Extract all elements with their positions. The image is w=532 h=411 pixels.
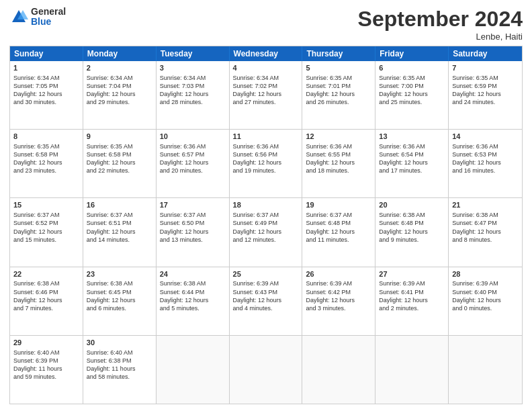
day-info: and 20 minutes. — [160, 167, 226, 175]
day-info: Daylight: 12 hours — [306, 158, 371, 167]
day-number: 28 — [452, 269, 519, 279]
cal-cell: 22Sunrise: 6:38 AMSunset: 6:46 PMDayligh… — [10, 267, 83, 335]
day-info: and 19 minutes. — [233, 167, 299, 175]
cal-header-day: Tuesday — [157, 46, 230, 61]
cal-cell: 29Sunrise: 6:40 AMSunset: 6:39 PMDayligh… — [10, 336, 83, 404]
day-info: and 58 minutes. — [87, 373, 152, 381]
day-info: Daylight: 12 hours — [13, 158, 79, 167]
day-info: Sunset: 7:04 PM — [87, 82, 152, 90]
day-info: Sunrise: 6:37 AM — [233, 211, 299, 219]
day-info: Daylight: 12 hours — [379, 296, 445, 304]
day-info: Sunset: 6:40 PM — [452, 288, 519, 296]
day-info: and 22 minutes. — [87, 167, 152, 175]
day-info: Sunrise: 6:36 AM — [452, 142, 519, 150]
cal-cell: 6Sunrise: 6:35 AMSunset: 7:00 PMDaylight… — [375, 61, 449, 129]
cal-cell: 26Sunrise: 6:39 AMSunset: 6:42 PMDayligh… — [302, 267, 375, 335]
day-info: Sunrise: 6:35 AM — [379, 74, 445, 82]
day-info: and 12 minutes. — [233, 236, 299, 244]
location: Lenbe, Haiti — [358, 32, 523, 42]
day-info: and 11 minutes. — [306, 236, 371, 244]
day-number: 8 — [13, 132, 79, 142]
day-info: Sunrise: 6:37 AM — [160, 211, 226, 219]
day-info: Sunset: 6:48 PM — [379, 219, 445, 227]
day-info: and 29 minutes. — [87, 98, 152, 106]
day-number: 22 — [13, 269, 79, 279]
day-info: and 23 minutes. — [13, 167, 79, 175]
day-info: Sunrise: 6:37 AM — [87, 211, 152, 219]
day-info: Sunset: 6:55 PM — [306, 150, 371, 158]
day-info: Sunset: 6:46 PM — [13, 288, 79, 296]
day-info: Sunrise: 6:39 AM — [233, 279, 299, 287]
day-number: 30 — [87, 338, 152, 348]
day-info: Daylight: 12 hours — [160, 90, 226, 98]
day-info: and 8 minutes. — [452, 236, 519, 244]
cal-week-row: 15Sunrise: 6:37 AMSunset: 6:52 PMDayligh… — [10, 198, 522, 267]
month-title: September 2024 — [358, 7, 523, 32]
cal-cell — [302, 336, 375, 404]
day-info: and 59 minutes. — [13, 373, 79, 381]
day-info: and 30 minutes. — [13, 98, 79, 106]
day-info: Sunrise: 6:36 AM — [233, 142, 299, 150]
page: General Blue September 2024 Lenbe, Haiti… — [0, 0, 532, 411]
day-info: Daylight: 11 hours — [13, 365, 79, 373]
day-info: and 9 minutes. — [379, 236, 445, 244]
day-info: and 15 minutes. — [13, 236, 79, 244]
calendar-header: SundayMondayTuesdayWednesdayThursdayFrid… — [10, 46, 522, 61]
day-info: Sunrise: 6:39 AM — [379, 279, 445, 287]
cal-week-row: 8Sunrise: 6:35 AMSunset: 6:58 PMDaylight… — [10, 130, 522, 198]
day-info: and 25 minutes. — [379, 98, 445, 106]
day-info: Daylight: 12 hours — [306, 296, 371, 304]
cal-cell: 12Sunrise: 6:36 AMSunset: 6:55 PMDayligh… — [302, 130, 375, 197]
day-number: 13 — [379, 132, 445, 142]
day-number: 12 — [306, 132, 371, 142]
day-info: Sunset: 6:38 PM — [87, 357, 152, 365]
day-info: Daylight: 12 hours — [452, 228, 519, 236]
day-number: 16 — [87, 200, 152, 210]
day-number: 3 — [160, 63, 226, 73]
day-info: Daylight: 12 hours — [13, 296, 79, 304]
day-number: 5 — [306, 63, 371, 73]
day-info: Sunset: 7:00 PM — [379, 82, 445, 90]
day-info: Daylight: 12 hours — [13, 228, 79, 236]
cal-cell: 18Sunrise: 6:37 AMSunset: 6:49 PMDayligh… — [230, 198, 303, 266]
day-info: Daylight: 12 hours — [87, 296, 152, 304]
calendar: SundayMondayTuesdayWednesdayThursdayFrid… — [9, 46, 523, 404]
day-info: Sunrise: 6:40 AM — [13, 349, 79, 357]
cal-cell: 17Sunrise: 6:37 AMSunset: 6:50 PMDayligh… — [157, 198, 230, 266]
day-info: Sunrise: 6:39 AM — [306, 279, 371, 287]
cal-cell: 3Sunrise: 6:34 AMSunset: 7:03 PMDaylight… — [157, 61, 230, 129]
day-info: Sunrise: 6:36 AM — [160, 142, 226, 150]
cal-cell: 9Sunrise: 6:35 AMSunset: 6:58 PMDaylight… — [83, 130, 157, 197]
cal-header-day: Sunday — [10, 46, 83, 61]
day-info: Sunrise: 6:38 AM — [160, 279, 226, 287]
day-info: Sunset: 6:45 PM — [87, 288, 152, 296]
header: General Blue September 2024 Lenbe, Haiti — [9, 7, 523, 42]
cal-cell: 27Sunrise: 6:39 AMSunset: 6:41 PMDayligh… — [375, 267, 449, 335]
cal-cell: 11Sunrise: 6:36 AMSunset: 6:56 PMDayligh… — [230, 130, 303, 197]
day-info: and 6 minutes. — [87, 304, 152, 312]
day-info: Daylight: 12 hours — [160, 296, 226, 304]
day-number: 20 — [379, 200, 445, 210]
cal-header-day: Thursday — [302, 46, 375, 61]
day-number: 26 — [306, 269, 371, 279]
day-number: 25 — [233, 269, 299, 279]
day-info: Daylight: 12 hours — [233, 228, 299, 236]
day-info: Sunrise: 6:39 AM — [452, 279, 519, 287]
day-info: and 2 minutes. — [379, 304, 445, 312]
day-info: and 4 minutes. — [233, 304, 299, 312]
day-info: Sunrise: 6:38 AM — [13, 279, 79, 287]
day-info: Daylight: 12 hours — [87, 158, 152, 167]
day-info: Daylight: 12 hours — [379, 228, 445, 236]
day-info: Sunrise: 6:34 AM — [87, 74, 152, 82]
day-info: Daylight: 12 hours — [87, 228, 152, 236]
day-info: Daylight: 12 hours — [452, 90, 519, 98]
cal-cell: 19Sunrise: 6:37 AMSunset: 6:48 PMDayligh… — [302, 198, 375, 266]
day-number: 9 — [87, 132, 152, 142]
day-number: 11 — [233, 132, 299, 142]
cal-cell: 25Sunrise: 6:39 AMSunset: 6:43 PMDayligh… — [230, 267, 303, 335]
cal-cell: 13Sunrise: 6:36 AMSunset: 6:54 PMDayligh… — [375, 130, 449, 197]
day-info: Sunrise: 6:37 AM — [13, 211, 79, 219]
cal-cell: 16Sunrise: 6:37 AMSunset: 6:51 PMDayligh… — [83, 198, 157, 266]
day-info: and 0 minutes. — [452, 304, 519, 312]
day-number: 18 — [233, 200, 299, 210]
